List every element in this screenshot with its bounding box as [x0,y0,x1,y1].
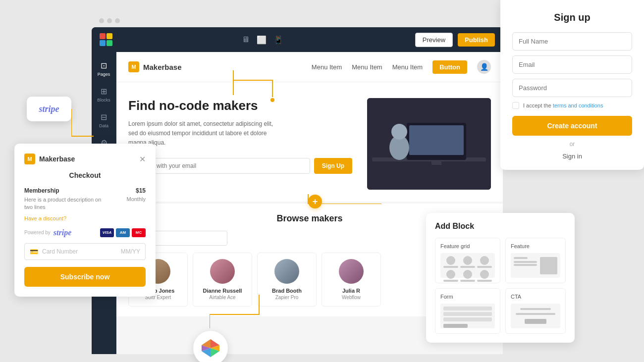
mobile-icon[interactable]: 📱 [273,35,283,45]
maker-card-3[interactable]: Brad Booth Zapier Pro [257,253,317,307]
preview-line [516,313,555,315]
svg-rect-5 [409,125,464,155]
sidebar-label-pages: Pages [98,72,110,77]
preview-avatar [463,256,472,265]
maker-avatar-4 [339,259,364,284]
checkout-item-row: Membership $15 [24,187,146,194]
logo-sq-red [100,33,106,39]
mastercard-logo: MC [132,228,146,237]
logo-sq-green [107,40,112,46]
hero-email-input[interactable] [128,158,310,174]
svg-rect-6 [431,160,441,165]
maker-card-2[interactable]: Dianne Russell Airtable Ace [193,253,252,307]
checkout-powered: Powered by stripe VISA AM MC [24,228,146,237]
signup-fullname-input[interactable] [512,32,632,51]
preview-line [443,317,492,321]
toolbar-actions: Preview Publish [415,33,495,47]
preview-line [477,280,492,282]
hero-submit-button[interactable]: Sign Up [314,158,352,174]
nav-link-3[interactable]: Menu Item [392,63,423,71]
site-hero: Find no-code makers Lorem ipsum dolor si… [116,82,503,202]
preview-line [514,257,528,259]
preview-line [460,266,475,268]
block-item-cta[interactable]: CTA [505,288,566,334]
checkout-discount-link[interactable]: Have a discount? [24,215,146,221]
block-item-feature[interactable]: Feature [505,238,566,283]
signup-password-input[interactable] [512,79,632,97]
preview-avatar [446,270,455,279]
stripe-bubble: stripe [27,97,71,121]
nav-link-2[interactable]: Menu Item [352,63,382,71]
maker-name-3: Brad Booth [264,288,310,294]
site-nav-links: Menu Item Menu Item Menu Item Button 👤 [312,60,491,74]
maker-role-4: Webflow [328,295,375,300]
preview-line [443,266,458,268]
checkout-item-details: Here is a product description on two lin… [24,196,146,211]
data-icon: ⊟ [101,112,107,122]
checkout-item-price: $15 [136,187,146,194]
signup-terms-label: I accept the terms and conditions [523,103,603,108]
preview-avatar [463,270,472,279]
preview-avatar [446,256,455,265]
publish-button[interactable]: Publish [458,33,495,47]
preview-line [520,308,551,310]
checkout-title: Checkout [24,171,146,179]
signup-panel: Sign up I accept the terms and condition… [500,0,644,170]
sidebar-label-data: Data [99,123,108,128]
preview-rect [443,324,468,328]
visa-logo: VISA [100,228,114,237]
signup-email-input[interactable] [512,55,632,74]
maker-role-2: Airtable Ace [199,295,246,300]
preview-button[interactable]: Preview [415,33,453,47]
plus-button[interactable]: + [308,195,322,208]
preview-line [514,261,537,263]
sidebar-item-blocks[interactable]: ⊞ Blocks [92,83,116,106]
nav-cta-button[interactable]: Button [432,60,467,74]
preview-rect [525,319,546,324]
stripe-logo: stripe [54,228,71,237]
card-logos: VISA AM MC [100,228,146,237]
preview-line [477,266,492,268]
checkout-item-desc: Here is a product description on two lin… [24,196,104,211]
site-logo-icon: M [128,61,139,72]
sidebar-label-blocks: Blocks [97,98,110,103]
checkout-logo-area: M Makerbase [24,154,75,164]
nav-link-1[interactable]: Menu Item [312,63,342,71]
subscribe-button[interactable]: Subscribe now [24,267,146,287]
block-item-feature-grid[interactable]: Feature grid [435,238,500,283]
hero-image-inner [367,98,491,190]
preview-line [460,280,475,282]
card-expiry-field[interactable]: MM/YY [121,248,140,255]
signup-signin-link[interactable]: Sign in [512,153,632,160]
maker-card-4[interactable]: Julia R Webflow [322,253,381,307]
notion-bubble [193,331,228,362]
sidebar-item-pages[interactable]: ⊡ Pages [92,57,116,81]
svg-point-8 [391,124,407,140]
logo-sq-yellow [107,33,112,39]
preview-line [443,307,492,310]
card-icon: 💳 [30,248,38,256]
block-item-form[interactable]: Form [435,288,500,334]
tablet-icon[interactable]: ⬜ [257,35,267,45]
signup-create-button[interactable]: Create account [512,116,632,136]
desktop-icon[interactable]: 🖥 [242,35,250,44]
signup-terms-link[interactable]: terms and conditions [553,103,603,108]
checkout-close-button[interactable]: ✕ [139,155,146,164]
block-feature-preview [511,253,560,278]
window-dot-red [99,18,104,23]
hero-title: Find no-code makers [128,98,352,113]
block-feature-grid-label: Feature grid [440,243,495,249]
block-grid: Feature grid [435,238,566,334]
maker-avatar-2 [210,259,235,284]
signup-terms-checkbox[interactable] [512,102,519,109]
window-dot-yellow [107,18,112,23]
preview-line [443,280,458,282]
maker-role-3: Zapier Pro [264,295,310,300]
signup-title: Sign up [512,12,632,23]
card-number-field[interactable]: Card Number [42,248,117,255]
signup-terms-row: I accept the terms and conditions [512,102,632,109]
site-brand-name: Makerbase [143,63,182,71]
preview-avatar [480,270,489,279]
sidebar-item-data[interactable]: ⊟ Data [92,108,116,132]
block-form-label: Form [440,294,495,300]
